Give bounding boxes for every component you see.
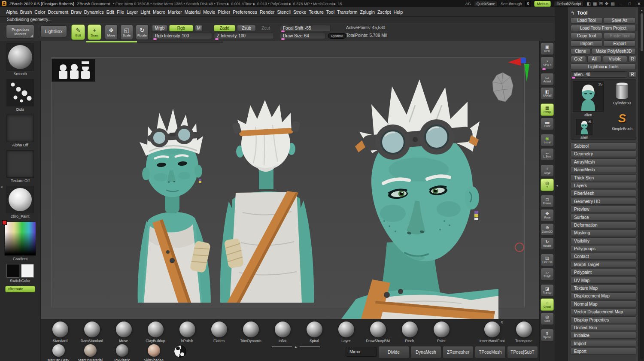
goz-button[interactable]: GoZ	[571, 56, 586, 62]
mirror-field[interactable]: Mirror	[346, 347, 377, 357]
simplebrush-tool[interactable]: S SimpleBrush	[608, 112, 636, 137]
geometry-action-button[interactable]: ZRemesher	[443, 346, 474, 358]
tool-section[interactable]: Displacement Map	[571, 292, 636, 299]
menu-item[interactable]: Marker	[168, 9, 182, 15]
menu-item[interactable]: Zplugin	[360, 9, 374, 15]
cylinder3d-tool[interactable]: Cylinder3D	[608, 82, 636, 110]
load-tool-button[interactable]: Load Tool	[571, 17, 602, 24]
lightbox-tools-button[interactable]: Lightbox►Tools	[571, 64, 636, 70]
color-gradient-icon[interactable]	[4, 221, 36, 256]
layout-icon-move-window[interactable]: ✥	[605, 0, 608, 7]
menu-item[interactable]: Edit	[106, 9, 114, 15]
brush-item[interactable]: Paint	[425, 321, 457, 343]
document-thumbnail[interactable]	[52, 59, 95, 82]
material-item[interactable]: MatCap Gray	[43, 343, 74, 361]
tool-section[interactable]: Unified Skin	[571, 324, 636, 331]
rail-button-actual[interactable]: ▭ Actual	[541, 73, 554, 85]
tool-section[interactable]: Surface	[571, 214, 636, 221]
menus-toggle-button[interactable]: Menus	[534, 1, 551, 7]
tool-section[interactable]: Preview	[571, 206, 636, 212]
rotate-button[interactable]: ↻ Rotate	[136, 24, 149, 40]
rail-button-line-fill[interactable]: ▤ Line Fill	[541, 254, 554, 266]
menu-item[interactable]: Alpha	[6, 9, 18, 15]
menu-item[interactable]: Help	[393, 9, 403, 15]
projection-master-button[interactable]: Projection Master	[6, 24, 34, 39]
menu-item[interactable]: Dynamics	[84, 9, 104, 15]
rail-button-polyf[interactable]: ▱ PolyF	[541, 268, 554, 280]
rail-button-floor[interactable]: ▬ Floor	[541, 118, 554, 130]
tool-section[interactable]: FiberMesh	[571, 190, 636, 197]
geometry-action-button[interactable]: DynaMesh	[410, 346, 441, 358]
menu-item[interactable]: Preferences	[233, 9, 257, 15]
brush-item[interactable]: DrawSharpRM	[362, 321, 394, 343]
primary-color-swatch[interactable]	[6, 264, 19, 278]
active-tool-thumbnail[interactable]: 15	[573, 81, 604, 112]
lightbox-button[interactable]: LightBox	[40, 25, 67, 37]
menu-item[interactable]: Texture	[309, 9, 323, 15]
slider-handle[interactable]	[281, 38, 285, 40]
stroke-selector[interactable]: Smooth	[4, 43, 36, 76]
slider-handle[interactable]	[572, 77, 575, 79]
tool-section[interactable]: Export	[571, 348, 636, 355]
tool-section[interactable]: NanoMesh	[571, 166, 636, 173]
menu-item[interactable]: File	[117, 9, 124, 15]
scroll-up-icon[interactable]: ▲	[640, 8, 644, 12]
menu-item[interactable]: Render	[260, 9, 274, 15]
alpha-selector[interactable]: Alpha Off	[4, 115, 36, 147]
save-as-button[interactable]: Save As	[604, 17, 635, 24]
tool-section[interactable]: Polygroups	[571, 245, 636, 252]
alternate-button[interactable]: Alternate	[5, 286, 35, 292]
copy-tool-button[interactable]: Copy Tool	[571, 33, 602, 39]
switch-color[interactable]: SwitchColor	[4, 264, 36, 283]
layout-icon-grid-layout[interactable]: ▦	[593, 0, 597, 7]
brush-item[interactable]: ClayBuildup	[140, 321, 171, 343]
tool-section[interactable]: Geometry HD	[571, 198, 636, 205]
layout-icon-split-view[interactable]: ⊞	[599, 0, 602, 7]
tool-section[interactable]: Layers	[571, 182, 636, 189]
menu-item[interactable]: Stencil	[277, 9, 291, 15]
tool-section[interactable]: Deformation	[571, 221, 636, 228]
paste-tool-button[interactable]: Paste Tool	[604, 33, 635, 39]
slider-handle[interactable]	[153, 38, 157, 40]
brush-item[interactable]: 4 InsertHandFoot	[476, 321, 508, 343]
rail-button-lsym[interactable]: ↔ L.Sym	[541, 148, 554, 161]
panel-divider-icon[interactable]: ◂	[556, 183, 558, 188]
shelf-divider-icon[interactable]: ◂	[0, 185, 3, 189]
zsub-button[interactable]: Zsub	[237, 25, 256, 31]
draw-size-slider[interactable]: Draw Size 64	[280, 33, 325, 39]
tool-section[interactable]: Vector Displacement Map	[571, 308, 636, 315]
tool-section[interactable]: Texture Map	[571, 285, 636, 291]
tool-section[interactable]: Visibility	[571, 237, 636, 244]
rail-button-transp[interactable]: ◪ Transp	[541, 284, 554, 297]
focal-shift-slider[interactable]: Focal Shift -55	[280, 25, 331, 31]
slider-r-button[interactable]: R	[629, 71, 636, 78]
recent-tool-thumbnail[interactable]: 15	[576, 119, 592, 135]
tool-section[interactable]: Subtool	[571, 143, 636, 149]
slider-handle[interactable]	[281, 30, 285, 32]
scrollbar-thumb[interactable]	[641, 13, 643, 51]
menu-item[interactable]: Color	[34, 9, 45, 15]
draw-button[interactable]: + Draw	[88, 24, 101, 40]
rail-button-spix[interactable]: › SPix 3	[541, 57, 554, 69]
menu-item[interactable]: Draw	[71, 9, 82, 15]
rail-button-xpose[interactable]: ⇕ Xpose	[541, 329, 554, 341]
brush-item[interactable]: Layer	[330, 321, 362, 343]
texture-selector[interactable]: Texture Off	[4, 150, 36, 183]
rail-button-local[interactable]: ◉ Local	[541, 134, 554, 146]
close-button[interactable]: ✕	[635, 0, 642, 7]
alternate-toggle[interactable]: Alternate	[4, 286, 36, 292]
material-item[interactable]: StartupMaterial	[74, 343, 106, 361]
menu-item[interactable]: Brush	[20, 9, 32, 15]
brush-item[interactable]: Transpose	[508, 321, 540, 343]
load-tools-from-project-button[interactable]: Load Tools From Project	[571, 25, 636, 31]
tool-section[interactable]: UV Map	[571, 277, 636, 284]
rail-button-persp[interactable]: ▦ Persp	[541, 103, 554, 116]
material-item[interactable]: SkinShade4	[138, 343, 170, 361]
goz-all-button[interactable]: All	[587, 56, 601, 62]
menu-item[interactable]: Transform	[337, 9, 357, 15]
rgb-button[interactable]: Rgb	[169, 25, 193, 31]
menu-item[interactable]: Stroke	[293, 9, 306, 15]
rail-button-gxyz[interactable]: + Gxyz	[541, 164, 554, 177]
rail-button-y-lock[interactable]: ◎ Y	[541, 179, 554, 191]
rail-button-aahalf[interactable]: ◧ AAHalf	[541, 87, 554, 100]
